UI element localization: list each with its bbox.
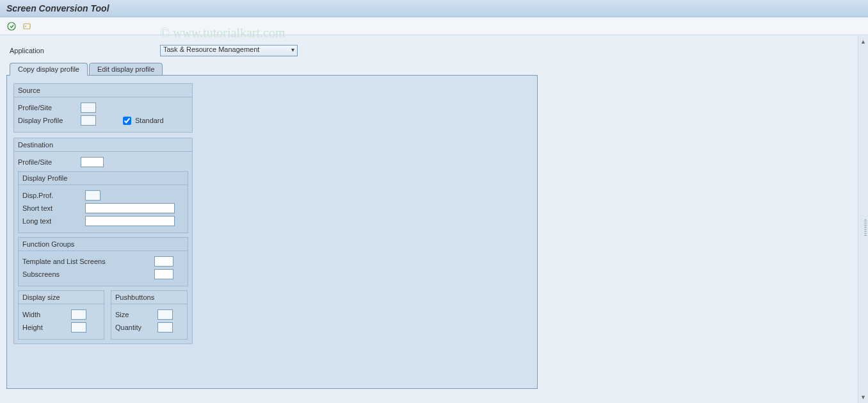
long-text-label: Long text bbox=[22, 217, 81, 225]
tab-copy-display-profile[interactable]: Copy display profile bbox=[10, 63, 88, 76]
quantity-input[interactable] bbox=[157, 322, 173, 333]
group-dest-display-profile-title: Display Profile bbox=[19, 172, 188, 185]
main-area: Application Task & Resource Management C… bbox=[0, 35, 868, 403]
vertical-scrollbar[interactable]: ▲ ▼ bbox=[858, 36, 868, 403]
source-display-profile-input[interactable] bbox=[81, 115, 96, 126]
group-display-size-title: Display size bbox=[19, 291, 104, 304]
dest-profile-site-label: Profile/Site bbox=[18, 158, 77, 166]
group-destination: Destination Profile/Site Display Profile… bbox=[13, 138, 193, 344]
application-label: Application bbox=[10, 47, 154, 54]
width-input[interactable] bbox=[71, 309, 86, 320]
size-input[interactable] bbox=[157, 309, 173, 320]
group-display-size: Display size Width Height bbox=[18, 290, 104, 340]
application-select-value: Task & Resource Management bbox=[163, 45, 259, 53]
long-text-input[interactable] bbox=[85, 216, 175, 226]
toolbar bbox=[0, 17, 868, 35]
tab-edit-display-profile[interactable]: Edit display profile bbox=[89, 63, 163, 76]
svg-point-0 bbox=[8, 22, 15, 30]
scroll-down-icon[interactable]: ▼ bbox=[860, 391, 866, 403]
disp-prof-label: Disp.Prof. bbox=[22, 192, 81, 199]
group-function-groups: Function Groups Template and List Screen… bbox=[18, 237, 188, 286]
source-display-profile-label: Display Profile bbox=[18, 117, 77, 124]
page-title: Screen Conversion Tool bbox=[0, 0, 868, 17]
width-label: Width bbox=[22, 311, 67, 318]
execute-icon[interactable] bbox=[6, 21, 17, 31]
tool-icon[interactable] bbox=[22, 21, 32, 31]
group-source: Source Profile/Site Display Profile Stan… bbox=[13, 83, 193, 133]
short-text-input[interactable] bbox=[85, 203, 175, 213]
group-pushbuttons: Pushbuttons Size Quantity bbox=[111, 290, 188, 340]
svg-rect-1 bbox=[24, 24, 30, 29]
scroll-grip-icon bbox=[864, 220, 867, 236]
application-row: Application Task & Resource Management bbox=[6, 42, 862, 63]
source-profile-site-label: Profile/Site bbox=[18, 104, 77, 111]
tab-body: Source Profile/Site Display Profile Stan… bbox=[6, 75, 538, 389]
group-source-title: Source bbox=[14, 84, 192, 97]
quantity-label: Quantity bbox=[115, 324, 154, 331]
tabstrip: Copy display profile Edit display profil… bbox=[10, 63, 862, 76]
source-standard-label: Standard bbox=[135, 117, 164, 124]
group-function-groups-title: Function Groups bbox=[19, 238, 188, 251]
subscreens-input[interactable] bbox=[154, 269, 173, 279]
group-pushbuttons-title: Pushbuttons bbox=[111, 291, 187, 304]
source-standard-checkbox[interactable] bbox=[123, 117, 131, 125]
scroll-up-icon[interactable]: ▲ bbox=[860, 36, 866, 47]
subscreens-label: Subscreens bbox=[22, 270, 150, 278]
dest-profile-site-input[interactable] bbox=[81, 157, 104, 167]
group-destination-title: Destination bbox=[14, 138, 192, 152]
size-label: Size bbox=[115, 311, 154, 318]
disp-prof-input[interactable] bbox=[85, 190, 100, 201]
height-input[interactable] bbox=[71, 322, 86, 333]
source-profile-site-input[interactable] bbox=[81, 103, 96, 113]
svg-point-2 bbox=[25, 26, 26, 27]
short-text-label: Short text bbox=[22, 204, 81, 212]
template-list-label: Template and List Screens bbox=[22, 258, 150, 265]
template-list-input[interactable] bbox=[154, 256, 173, 267]
group-dest-display-profile: Display Profile Disp.Prof. Short text Lo… bbox=[18, 171, 188, 233]
application-select[interactable]: Task & Resource Management bbox=[160, 45, 298, 56]
height-label: Height bbox=[22, 324, 67, 331]
